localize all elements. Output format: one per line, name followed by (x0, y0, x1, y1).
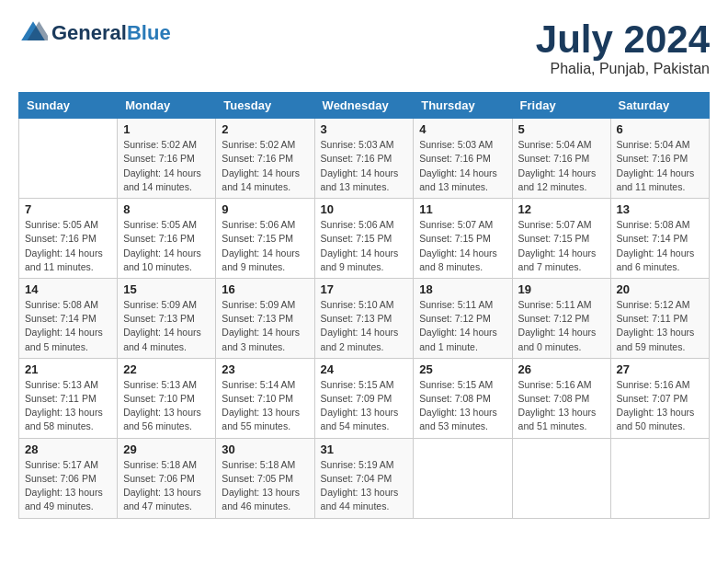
calendar-cell: 5Sunrise: 5:04 AM Sunset: 7:16 PM Daylig… (512, 119, 610, 199)
day-number: 5 (518, 122, 605, 136)
day-number: 9 (222, 202, 308, 216)
day-number: 3 (321, 122, 408, 136)
weekday-header: Thursday (414, 93, 512, 119)
calendar-cell (610, 438, 709, 518)
weekday-header: Friday (512, 93, 610, 119)
day-info: Sunrise: 5:10 AM Sunset: 7:13 PM Dayligh… (321, 298, 408, 354)
calendar-cell: 1Sunrise: 5:02 AM Sunset: 7:16 PM Daylig… (118, 119, 216, 199)
title-block: July 2024 Phalia, Punjab, Pakistan (536, 18, 710, 77)
day-info: Sunrise: 5:07 AM Sunset: 7:15 PM Dayligh… (518, 218, 605, 274)
calendar-week-row: 7Sunrise: 5:05 AM Sunset: 7:16 PM Daylig… (19, 199, 710, 279)
calendar-cell: 26Sunrise: 5:16 AM Sunset: 7:08 PM Dayli… (512, 358, 610, 438)
day-number: 27 (617, 362, 703, 376)
calendar-week-row: 28Sunrise: 5:17 AM Sunset: 7:06 PM Dayli… (19, 438, 710, 518)
page-header: GeneralBlue July 2024 Phalia, Punjab, Pa… (18, 18, 710, 77)
day-number: 26 (518, 362, 605, 376)
day-info: Sunrise: 5:02 AM Sunset: 7:16 PM Dayligh… (222, 138, 308, 194)
calendar-cell: 17Sunrise: 5:10 AM Sunset: 7:13 PM Dayli… (314, 278, 414, 358)
day-number: 24 (321, 362, 408, 376)
day-number: 11 (419, 202, 506, 216)
day-info: Sunrise: 5:17 AM Sunset: 7:06 PM Dayligh… (25, 458, 111, 514)
day-info: Sunrise: 5:18 AM Sunset: 7:06 PM Dayligh… (123, 458, 210, 514)
day-info: Sunrise: 5:07 AM Sunset: 7:15 PM Dayligh… (419, 218, 506, 274)
day-info: Sunrise: 5:16 AM Sunset: 7:07 PM Dayligh… (617, 378, 703, 434)
day-info: Sunrise: 5:15 AM Sunset: 7:08 PM Dayligh… (419, 378, 506, 434)
calendar-cell: 8Sunrise: 5:05 AM Sunset: 7:16 PM Daylig… (118, 199, 216, 279)
day-number: 19 (518, 282, 605, 296)
weekday-header-row: SundayMondayTuesdayWednesdayThursdayFrid… (19, 93, 710, 119)
calendar-cell: 21Sunrise: 5:13 AM Sunset: 7:11 PM Dayli… (19, 358, 118, 438)
day-number: 16 (222, 282, 308, 296)
day-number: 14 (25, 282, 111, 296)
calendar-cell: 4Sunrise: 5:03 AM Sunset: 7:16 PM Daylig… (414, 119, 512, 199)
calendar-cell: 25Sunrise: 5:15 AM Sunset: 7:08 PM Dayli… (414, 358, 512, 438)
day-number: 13 (617, 202, 703, 216)
calendar-cell: 13Sunrise: 5:08 AM Sunset: 7:14 PM Dayli… (610, 199, 709, 279)
day-number: 4 (419, 122, 506, 136)
calendar-cell: 23Sunrise: 5:14 AM Sunset: 7:10 PM Dayli… (216, 358, 314, 438)
day-info: Sunrise: 5:11 AM Sunset: 7:12 PM Dayligh… (419, 298, 506, 354)
calendar-cell: 11Sunrise: 5:07 AM Sunset: 7:15 PM Dayli… (414, 199, 512, 279)
calendar-week-row: 21Sunrise: 5:13 AM Sunset: 7:11 PM Dayli… (19, 358, 710, 438)
calendar-cell: 15Sunrise: 5:09 AM Sunset: 7:13 PM Dayli… (118, 278, 216, 358)
calendar-cell: 14Sunrise: 5:08 AM Sunset: 7:14 PM Dayli… (19, 278, 118, 358)
calendar-cell: 18Sunrise: 5:11 AM Sunset: 7:12 PM Dayli… (414, 278, 512, 358)
day-info: Sunrise: 5:15 AM Sunset: 7:09 PM Dayligh… (321, 378, 408, 434)
calendar-cell (19, 119, 118, 199)
day-number: 10 (321, 202, 408, 216)
calendar-cell (512, 438, 610, 518)
day-number: 2 (222, 122, 308, 136)
day-number: 21 (25, 362, 111, 376)
calendar-cell (414, 438, 512, 518)
logo-icon (18, 18, 48, 48)
calendar-cell: 22Sunrise: 5:13 AM Sunset: 7:10 PM Dayli… (118, 358, 216, 438)
location: Phalia, Punjab, Pakistan (536, 61, 710, 77)
day-number: 29 (123, 442, 210, 456)
calendar-cell: 29Sunrise: 5:18 AM Sunset: 7:06 PM Dayli… (118, 438, 216, 518)
day-number: 18 (419, 282, 506, 296)
day-info: Sunrise: 5:09 AM Sunset: 7:13 PM Dayligh… (222, 298, 308, 354)
weekday-header: Sunday (19, 93, 118, 119)
day-info: Sunrise: 5:12 AM Sunset: 7:11 PM Dayligh… (617, 298, 703, 354)
day-number: 17 (321, 282, 408, 296)
calendar-week-row: 1Sunrise: 5:02 AM Sunset: 7:16 PM Daylig… (19, 119, 710, 199)
calendar-table: SundayMondayTuesdayWednesdayThursdayFrid… (18, 92, 710, 518)
month-title: July 2024 (536, 18, 710, 61)
day-number: 22 (123, 362, 210, 376)
calendar-cell: 16Sunrise: 5:09 AM Sunset: 7:13 PM Dayli… (216, 278, 314, 358)
day-number: 1 (123, 122, 210, 136)
day-info: Sunrise: 5:03 AM Sunset: 7:16 PM Dayligh… (419, 138, 506, 194)
day-number: 8 (123, 202, 210, 216)
day-info: Sunrise: 5:13 AM Sunset: 7:10 PM Dayligh… (123, 378, 210, 434)
day-info: Sunrise: 5:14 AM Sunset: 7:10 PM Dayligh… (222, 378, 308, 434)
calendar-cell: 19Sunrise: 5:11 AM Sunset: 7:12 PM Dayli… (512, 278, 610, 358)
day-info: Sunrise: 5:16 AM Sunset: 7:08 PM Dayligh… (518, 378, 605, 434)
calendar-cell: 12Sunrise: 5:07 AM Sunset: 7:15 PM Dayli… (512, 199, 610, 279)
day-number: 20 (617, 282, 703, 296)
day-number: 12 (518, 202, 605, 216)
day-info: Sunrise: 5:18 AM Sunset: 7:05 PM Dayligh… (222, 458, 308, 514)
weekday-header: Tuesday (216, 93, 314, 119)
calendar-cell: 3Sunrise: 5:03 AM Sunset: 7:16 PM Daylig… (314, 119, 414, 199)
day-info: Sunrise: 5:06 AM Sunset: 7:15 PM Dayligh… (321, 218, 408, 274)
day-info: Sunrise: 5:13 AM Sunset: 7:11 PM Dayligh… (25, 378, 111, 434)
day-info: Sunrise: 5:08 AM Sunset: 7:14 PM Dayligh… (25, 298, 111, 354)
day-info: Sunrise: 5:09 AM Sunset: 7:13 PM Dayligh… (123, 298, 210, 354)
calendar-cell: 28Sunrise: 5:17 AM Sunset: 7:06 PM Dayli… (19, 438, 118, 518)
calendar-cell: 27Sunrise: 5:16 AM Sunset: 7:07 PM Dayli… (610, 358, 709, 438)
calendar-cell: 30Sunrise: 5:18 AM Sunset: 7:05 PM Dayli… (216, 438, 314, 518)
calendar-cell: 20Sunrise: 5:12 AM Sunset: 7:11 PM Dayli… (610, 278, 709, 358)
calendar-cell: 24Sunrise: 5:15 AM Sunset: 7:09 PM Dayli… (314, 358, 414, 438)
weekday-header: Saturday (610, 93, 709, 119)
day-info: Sunrise: 5:19 AM Sunset: 7:04 PM Dayligh… (321, 458, 408, 514)
calendar-cell: 9Sunrise: 5:06 AM Sunset: 7:15 PM Daylig… (216, 199, 314, 279)
day-info: Sunrise: 5:06 AM Sunset: 7:15 PM Dayligh… (222, 218, 308, 274)
day-info: Sunrise: 5:04 AM Sunset: 7:16 PM Dayligh… (617, 138, 703, 194)
day-number: 6 (617, 122, 703, 136)
calendar-cell: 10Sunrise: 5:06 AM Sunset: 7:15 PM Dayli… (314, 199, 414, 279)
day-number: 23 (222, 362, 308, 376)
day-info: Sunrise: 5:08 AM Sunset: 7:14 PM Dayligh… (617, 218, 703, 274)
calendar-cell: 2Sunrise: 5:02 AM Sunset: 7:16 PM Daylig… (216, 119, 314, 199)
day-number: 7 (25, 202, 111, 216)
day-number: 28 (25, 442, 111, 456)
